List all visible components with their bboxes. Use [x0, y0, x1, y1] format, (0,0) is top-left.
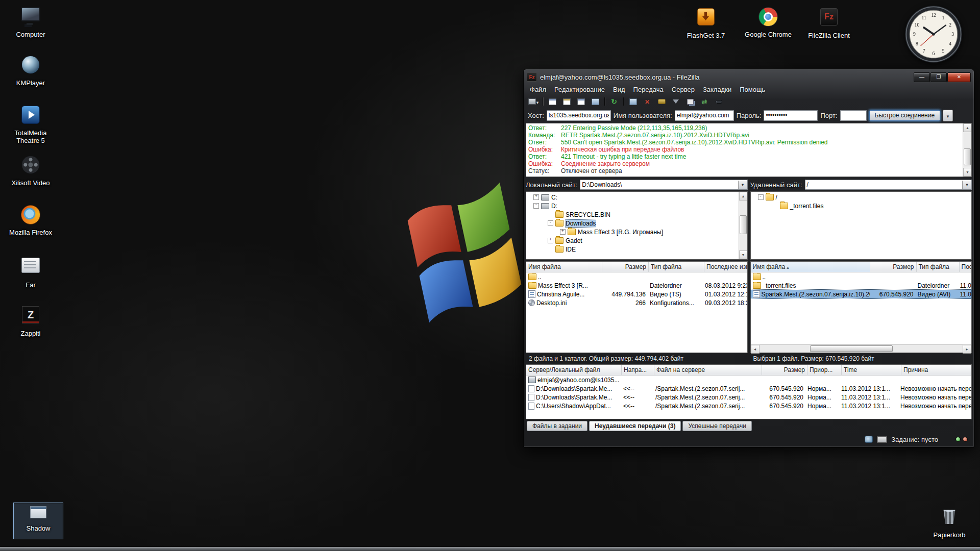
column-header-size[interactable]: Размер: [602, 262, 649, 272]
column-header-remote-file[interactable]: Файл на сервере: [654, 365, 762, 375]
file-row[interactable]: Mass Effect 3 [R... Dateiordner 08.03.20…: [526, 281, 747, 290]
tree-item-root[interactable]: -/: [751, 193, 972, 202]
filter-button[interactable]: [669, 96, 682, 107]
expander-icon[interactable]: [548, 212, 553, 217]
desktop-icon-firefox[interactable]: Mozilla Firefox: [6, 204, 55, 244]
column-header-reason[interactable]: Причина: [901, 365, 971, 375]
tree-item-c-drive[interactable]: +C:: [526, 193, 747, 202]
tree-item-torrent-files[interactable]: _torrent.files: [751, 202, 972, 210]
expander-icon[interactable]: -: [548, 220, 553, 226]
find-button[interactable]: [712, 96, 725, 107]
process-queue-button[interactable]: [626, 96, 640, 107]
tree-item-downloads[interactable]: -Downloads: [526, 219, 747, 228]
close-button[interactable]: ✕: [947, 72, 971, 82]
expander-icon[interactable]: [772, 203, 778, 209]
desktop-icon-chrome[interactable]: Google Chrome: [740, 6, 796, 38]
desktop-icon-shadow[interactable]: Shadow: [13, 503, 63, 539]
column-header-size[interactable]: Размер: [762, 365, 807, 375]
encryption-icon[interactable]: [865, 436, 873, 443]
desktop-icon-recycle-bin[interactable]: Papierkorb: [924, 506, 975, 539]
taskbar-edge[interactable]: [0, 547, 980, 551]
tab-failed-transfers[interactable]: Неудавшиеся передачи (3): [589, 421, 681, 431]
file-row[interactable]: Christina Aguile... 449.794.136 Видео (T…: [526, 290, 747, 298]
expander-icon[interactable]: -: [758, 194, 764, 200]
scroll-down-icon[interactable]: [739, 251, 748, 259]
scroll-up-icon[interactable]: [739, 192, 748, 201]
desktop-icon-computer[interactable]: Computer: [6, 4, 55, 44]
site-manager-button[interactable]: [527, 96, 540, 107]
clock-widget[interactable]: 12 1 2 3 4 5 6 7 8 9 10 11: [904, 5, 963, 63]
chevron-down-icon[interactable]: [738, 181, 747, 189]
column-header-type[interactable]: Тип файла: [649, 262, 704, 272]
menu-help[interactable]: Помощь: [736, 85, 769, 94]
tree-item-recycle[interactable]: SRECYCLE.BIN: [526, 210, 747, 219]
desktop-icon-filezilla[interactable]: Fz FileZilla Client: [801, 6, 857, 39]
column-header-time[interactable]: Time: [842, 365, 901, 375]
column-header-name[interactable]: Имя файла: [526, 262, 602, 272]
expander-icon[interactable]: +: [548, 238, 553, 243]
file-row[interactable]: ..: [751, 272, 972, 281]
compare-button[interactable]: [683, 96, 697, 107]
desktop-icon-zappiti[interactable]: Z Zappiti: [6, 304, 55, 344]
toggle-queue-button[interactable]: [589, 96, 602, 107]
file-row[interactable]: Desktop.ini 266 Konfigurations... 09.03.…: [526, 298, 747, 307]
scroll-down-icon[interactable]: [963, 168, 972, 177]
remote-hscrollbar[interactable]: [751, 344, 972, 353]
column-header-type[interactable]: Тип файла: [917, 262, 960, 272]
cancel-button[interactable]: [641, 96, 654, 107]
column-header-local-file[interactable]: Сервер/Локальный файл: [526, 365, 622, 375]
expander-icon[interactable]: +: [533, 194, 539, 200]
toggle-log-button[interactable]: [546, 96, 559, 107]
scrollbar-thumb[interactable]: [740, 215, 747, 234]
scrollbar-thumb[interactable]: [810, 345, 892, 352]
expander-icon[interactable]: -: [533, 203, 539, 209]
menu-bookmarks[interactable]: Закладки: [699, 85, 736, 94]
local-path-combo[interactable]: D:\Downloads\: [580, 180, 747, 190]
maximize-button[interactable]: ❐: [930, 72, 947, 82]
desktop-icon-kmplayer[interactable]: KMPlayer: [6, 54, 55, 94]
tab-successful-transfers[interactable]: Успешные передачи: [682, 421, 752, 431]
scrollbar-thumb[interactable]: [964, 148, 971, 166]
password-input[interactable]: [764, 110, 818, 121]
queue-row[interactable]: C:\Users\Shadow\AppDat... <<-- /Spartak.…: [526, 402, 971, 410]
tree-item-ide[interactable]: IDE: [526, 245, 747, 254]
desktop-icon-flashget[interactable]: FlashGet 3.7: [678, 6, 734, 39]
tree-item-gadet[interactable]: +Gadet: [526, 236, 747, 245]
titlebar[interactable]: Fz elmjaf@yahoo.com@ls1035.seedbox.org.u…: [524, 69, 974, 84]
file-row[interactable]: _torrent.files Dateiordner 11.03.2: [751, 281, 972, 290]
username-input[interactable]: [675, 110, 734, 121]
tree-item-d-drive[interactable]: -D:: [526, 202, 747, 210]
disconnect-button[interactable]: [655, 96, 668, 107]
column-header-modified[interactable]: Последнее измен...: [704, 262, 747, 272]
column-header-priority[interactable]: Приор...: [807, 365, 842, 375]
expander-icon[interactable]: [548, 246, 553, 252]
desktop-icon-far[interactable]: Far: [6, 254, 55, 294]
scroll-up-icon[interactable]: [963, 123, 972, 132]
minimize-button[interactable]: —: [914, 72, 930, 82]
queue-row[interactable]: D:\Downloads\Spartak.Me... <<-- /Spartak…: [526, 384, 971, 393]
log-scrollbar[interactable]: [963, 123, 971, 177]
remote-path-combo[interactable]: /: [805, 180, 972, 190]
tab-queued-files[interactable]: Файлы в задании: [527, 421, 587, 431]
chevron-down-icon[interactable]: [962, 181, 971, 189]
menu-view[interactable]: Вид: [609, 85, 629, 94]
menu-file[interactable]: Файл: [526, 85, 550, 94]
column-header-modified[interactable]: После...: [960, 262, 972, 272]
refresh-button[interactable]: [607, 96, 621, 107]
column-header-name[interactable]: Имя файла: [751, 262, 870, 272]
column-header-direction[interactable]: Напра...: [622, 365, 654, 375]
desktop-icon-totalmedia[interactable]: TotalMedia Theatre 5: [6, 104, 55, 144]
queue-server-row[interactable]: elmjaf@yahoo.com@ls1035...: [526, 375, 971, 384]
menu-edit[interactable]: Редактирование: [550, 85, 609, 94]
scroll-left-icon[interactable]: [751, 345, 760, 354]
expander-icon[interactable]: +: [560, 229, 566, 235]
local-tree-scrollbar[interactable]: [739, 192, 747, 259]
quickconnect-button[interactable]: Быстрое соединение: [869, 110, 941, 121]
host-input[interactable]: [547, 110, 611, 121]
tree-item-mass-effect[interactable]: +Mass Effect 3 [R.G. Игроманы]: [526, 228, 747, 236]
toggle-local-tree-button[interactable]: [560, 96, 573, 107]
scroll-right-icon[interactable]: [963, 345, 971, 354]
menu-server[interactable]: Сервер: [668, 85, 699, 94]
desktop-icon-xilisoft[interactable]: Xilisoft Video: [6, 154, 55, 194]
file-row[interactable]: ..: [526, 272, 747, 281]
